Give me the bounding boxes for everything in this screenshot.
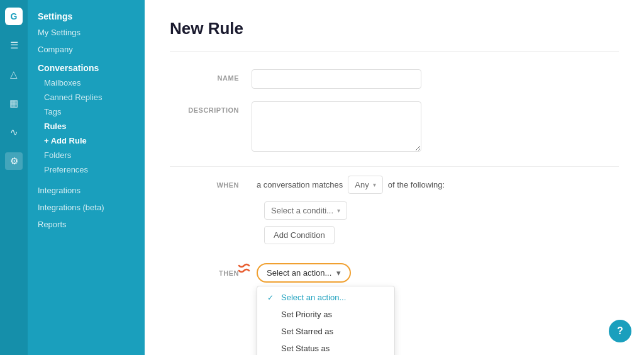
description-input-wrapper xyxy=(252,101,619,154)
description-input[interactable] xyxy=(252,101,421,152)
sidebar-item-conversations-title: Conversations xyxy=(28,58,145,76)
sidebar-item-rules[interactable]: Rules xyxy=(28,119,145,133)
sidebar-item-my-settings[interactable]: My Settings xyxy=(28,24,145,41)
action-select-wrapper: Select an action... ▾ ✓ Select an action… xyxy=(257,263,351,283)
squiggle-annotation xyxy=(230,261,255,283)
settings-icon[interactable]: ⚙ xyxy=(5,152,23,170)
condition-dropdown-arrow: ▾ xyxy=(337,207,340,214)
sidebar-icon-rail: G ☰ △ ▦ ∿ ⚙ xyxy=(0,0,28,355)
page-title: New Rule xyxy=(170,19,619,52)
name-input-wrapper xyxy=(252,69,619,89)
action-dropdown-menu: ✓ Select an action... Set Priority as Se… xyxy=(257,286,395,355)
activity-icon[interactable]: ∿ xyxy=(5,123,23,141)
sidebar-item-reports[interactable]: Reports xyxy=(28,216,145,233)
following-text: of the following: xyxy=(388,180,445,189)
sidebar-item-tags[interactable]: Tags xyxy=(28,104,145,119)
name-field-group: NAME xyxy=(170,69,619,89)
app-logo[interactable]: G xyxy=(5,8,23,25)
sidebar-item-folders[interactable]: Folders xyxy=(28,148,145,162)
condition-row: Select a conditi... ▾ xyxy=(264,201,619,220)
settings-section-title: Settings xyxy=(28,6,145,24)
menu-icon[interactable]: ☰ xyxy=(5,37,23,54)
dropdown-item-label-0: Select an action... xyxy=(281,293,346,302)
notifications-icon[interactable]: △ xyxy=(5,65,23,83)
sidebar-item-mailboxes[interactable]: Mailboxes xyxy=(28,76,145,90)
then-section: THEN Select an action... ▾ ✓ Selec xyxy=(170,263,619,335)
dropdown-item-label-1: Set Priority as xyxy=(281,310,332,319)
conversation-text: a conversation matches xyxy=(257,180,343,189)
check-icon: ✓ xyxy=(267,293,276,302)
dropdown-item-label-2: Set Starred as xyxy=(281,327,333,336)
any-option-label: Any xyxy=(355,180,369,189)
condition-placeholder: Select a conditi... xyxy=(271,206,333,215)
dropdown-item-1[interactable]: Set Priority as xyxy=(257,306,394,323)
sidebar-item-integrations-beta[interactable]: Integrations (beta) xyxy=(28,199,145,216)
when-label: WHEN xyxy=(170,181,252,189)
any-dropdown[interactable]: Any ▾ xyxy=(348,176,382,194)
then-row: THEN Select an action... ▾ ✓ Selec xyxy=(170,263,619,283)
name-input[interactable] xyxy=(252,69,421,89)
help-button[interactable]: ? xyxy=(609,320,631,342)
any-dropdown-arrow: ▾ xyxy=(373,181,376,188)
when-row: WHEN a conversation matches Any ▾ of the… xyxy=(170,166,619,201)
add-condition-button[interactable]: Add Condition xyxy=(264,226,335,244)
action-dropdown-arrow: ▾ xyxy=(336,268,341,278)
dropdown-item-3[interactable]: Set Status as xyxy=(257,340,394,355)
sidebar-item-add-rule[interactable]: + Add Rule xyxy=(28,133,145,148)
name-label: NAME xyxy=(170,69,252,82)
sidebar-item-canned-replies[interactable]: Canned Replies xyxy=(28,90,145,104)
description-label: DESCRIPTION xyxy=(170,101,252,114)
logo-text: G xyxy=(11,11,18,21)
reports-icon[interactable]: ▦ xyxy=(5,94,23,112)
dropdown-item-0[interactable]: ✓ Select an action... xyxy=(257,289,394,306)
description-field-group: DESCRIPTION xyxy=(170,101,619,154)
sidebar-item-preferences[interactable]: Preferences xyxy=(28,162,145,177)
select-condition-dropdown[interactable]: Select a conditi... ▾ xyxy=(264,201,347,220)
select-action-dropdown[interactable]: Select an action... ▾ xyxy=(257,263,351,283)
dropdown-item-label-3: Set Status as xyxy=(281,344,330,353)
sidebar-item-integrations[interactable]: Integrations xyxy=(28,182,145,199)
dropdown-item-2[interactable]: Set Starred as xyxy=(257,323,394,340)
sidebar-nav: Settings My Settings Company Conversatio… xyxy=(28,0,145,355)
action-placeholder: Select an action... xyxy=(267,268,331,278)
sidebar-item-company[interactable]: Company xyxy=(28,41,145,58)
main-content: New Rule NAME DESCRIPTION WHEN a convers… xyxy=(145,0,644,355)
